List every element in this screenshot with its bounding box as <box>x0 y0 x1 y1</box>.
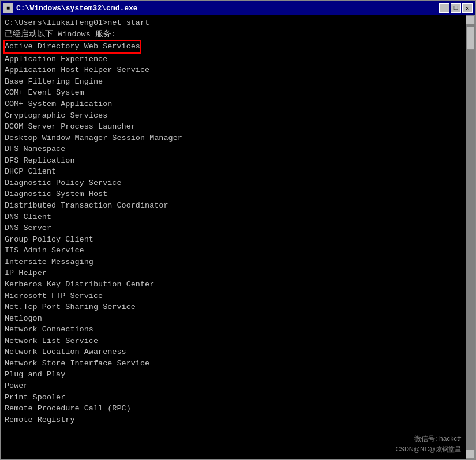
service-item: Network Store Interface Service <box>5 358 471 369</box>
scroll-down-button[interactable]: ▼ <box>466 450 475 459</box>
watermark-wechat: 微信号: hackctf <box>414 434 461 444</box>
service-item: Base Filtering Engine <box>5 76 471 88</box>
service-item: Microsoft FTP Service <box>5 291 471 302</box>
service-item: Remote Procedure Call (RPC) <box>5 403 471 414</box>
service-item: Remote Registry <box>5 414 471 426</box>
service-item-highlighted: Active Directory Web Services <box>5 41 140 52</box>
service-item: COM+ System Application <box>5 99 471 110</box>
service-item: Application Host Helper Service <box>5 65 471 76</box>
service-item: DHCP Client <box>5 166 471 178</box>
service-item: IIS Admin Service <box>5 245 471 257</box>
service-item: Diagnostic Policy Service <box>5 178 471 189</box>
watermark-site: CSDN@NC@炫锅堂星 <box>396 445 461 454</box>
service-item: DFS Namespace <box>5 144 471 155</box>
service-item: Net.Tcp Port Sharing Service <box>5 301 471 313</box>
service-item: Intersite Messaging <box>5 257 471 268</box>
service-item: DNS Client <box>5 212 471 223</box>
scroll-up-button[interactable]: ▲ <box>466 15 475 24</box>
title-bar: ■ C:\Windows\system32\cmd.exe _ □ ✕ <box>1 1 475 15</box>
close-button[interactable]: ✕ <box>462 3 473 13</box>
service-item: Diagnostic System Host <box>5 188 471 200</box>
highlighted-service-wrapper: Active Directory Web Services <box>5 41 471 52</box>
service-item: Group Policy Client <box>5 234 471 246</box>
service-item: Distributed Transaction Coordinator <box>5 200 471 212</box>
service-item: Kerberos Key Distribution Center <box>5 279 471 291</box>
service-item: Power <box>5 380 471 392</box>
scroll-thumb[interactable] <box>466 27 474 50</box>
service-item: Cryptographic Services <box>5 110 471 122</box>
service-item: DNS Server <box>5 223 471 234</box>
prompt-line: C:\Users\liukaifeng01>net start <box>5 17 471 29</box>
service-list: Active Directory Web Services Applicatio… <box>5 41 471 425</box>
service-item: Network Location Awareness <box>5 346 471 358</box>
service-item: Desktop Window Manager Session Manager <box>5 133 471 144</box>
cmd-window: ■ C:\Windows\system32\cmd.exe _ □ ✕ C:\U… <box>0 0 476 460</box>
scroll-track <box>466 24 475 450</box>
window-title: C:\Windows\system32\cmd.exe <box>16 4 138 13</box>
console-body: C:\Users\liukaifeng01>net start 已经启动以下 W… <box>1 15 475 459</box>
service-item: COM+ Event System <box>5 87 471 99</box>
info-line: 已经启动以下 Windows 服务: <box>5 29 471 40</box>
service-item: Network List Service <box>5 335 471 347</box>
minimize-button[interactable]: _ <box>439 3 449 13</box>
service-item: Network Connections <box>5 324 471 335</box>
maximize-button[interactable]: □ <box>451 3 461 13</box>
service-item: IP Helper <box>5 267 471 279</box>
service-item: DFS Replication <box>5 155 471 167</box>
service-item: Application Experience <box>5 54 471 65</box>
watermark: 微信号: hackctf CSDN@NC@炫锅堂星 <box>396 434 461 454</box>
title-controls: _ □ ✕ <box>439 3 473 13</box>
service-item: Netlogon <box>5 313 471 325</box>
service-item: DCOM Server Process Launcher <box>5 121 471 133</box>
window-icon: ■ <box>3 3 13 13</box>
title-bar-left: ■ C:\Windows\system32\cmd.exe <box>3 3 138 13</box>
service-item: Plug and Play <box>5 369 471 380</box>
service-item: Print Spooler <box>5 392 471 404</box>
scrollbar[interactable]: ▲ ▼ <box>466 15 475 459</box>
